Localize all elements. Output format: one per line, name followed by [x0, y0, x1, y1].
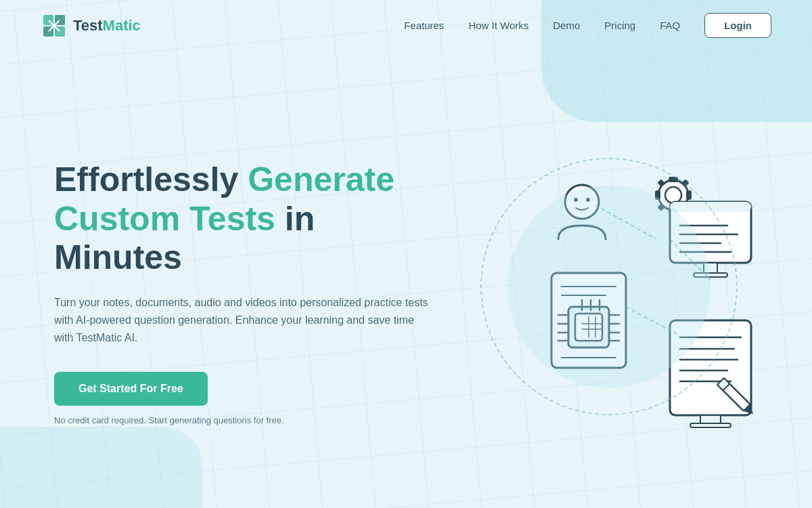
svg-rect-56	[690, 423, 731, 427]
nav-how-it-works[interactable]: How It Works	[468, 20, 528, 31]
logo-icon	[41, 12, 68, 39]
hero-right	[447, 64, 771, 508]
login-button[interactable]: Login	[704, 13, 771, 38]
logo[interactable]: TestMatic	[41, 12, 141, 39]
nav-demo[interactable]: Demo	[553, 20, 580, 31]
cta-note: No credit card required. Start generatin…	[54, 415, 447, 425]
nav-links: Features How It Works Demo Pricing FAQ L…	[404, 13, 771, 38]
hero-title: Effortlessly Generate Custom Tests in Mi…	[54, 161, 447, 278]
main-content: Effortlessly Generate Custom Tests in Mi…	[0, 51, 812, 508]
nav-pricing[interactable]: Pricing	[604, 20, 635, 31]
title-generate: Generate	[248, 161, 394, 198]
circle-bg	[480, 158, 738, 415]
nav-features[interactable]: Features	[404, 20, 444, 31]
get-started-button[interactable]: Get Started For Free	[54, 372, 208, 406]
nav-faq[interactable]: FAQ	[660, 20, 680, 31]
title-custom-tests: Custom Tests	[54, 200, 275, 238]
logo-text: TestMatic	[73, 17, 141, 35]
navbar: TestMatic Features How It Works Demo Pri…	[0, 0, 812, 51]
svg-rect-55	[700, 415, 721, 423]
title-effortlessly: Effortlessly	[54, 161, 248, 198]
hero-description: Turn your notes, documents, audio and vi…	[54, 294, 433, 347]
hero-left: Effortlessly Generate Custom Tests in Mi…	[54, 147, 447, 425]
